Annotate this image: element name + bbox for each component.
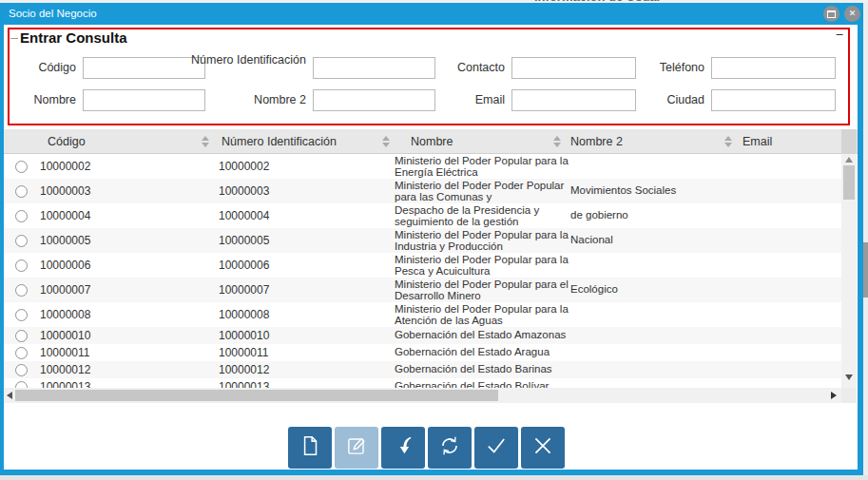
cell-numero-identificacion: 10000007	[219, 283, 269, 297]
scroll-down-arrow-icon[interactable]	[845, 374, 853, 380]
cell-nombre: Ministerio del Poder Popular para la Pes…	[395, 254, 569, 277]
contacto-label: Contacto	[381, 57, 505, 79]
dialog-titlebar[interactable]: Socio del Negocio ✕	[0, 3, 863, 25]
cell-nombre2: Ecológico	[570, 283, 734, 295]
column-header-nombre[interactable]: Nombre	[411, 129, 453, 154]
table-row[interactable]: 10000010 10000010 Gobernación del Estado…	[4, 327, 841, 344]
cell-codigo: 10000002	[40, 160, 90, 173]
cell-nombre: Gobernación del Estado Amazonas	[395, 329, 569, 340]
x-icon	[530, 432, 556, 463]
dialog-title: Socio del Negocio	[9, 3, 97, 25]
vertical-scrollbar[interactable]	[841, 129, 857, 388]
row-select-radio[interactable]	[15, 284, 28, 297]
table-row[interactable]: 10000008 10000008 Ministerio del Poder P…	[4, 302, 841, 327]
cell-codigo: 10000004	[40, 209, 90, 222]
table-row[interactable]: 10000004 10000004 Despacho de la Preside…	[4, 203, 841, 228]
table-row[interactable]: 10000012 10000012 Gobernación del Estado…	[4, 361, 841, 378]
horizontal-scrollbar-thumb[interactable]	[15, 390, 498, 401]
codigo-label: Código	[10, 57, 76, 79]
row-select-radio[interactable]	[15, 364, 28, 376]
refresh-button[interactable]	[428, 427, 472, 469]
cell-numero-identificacion: 10000011	[219, 346, 269, 359]
table-row[interactable]: 10000006 10000006 Ministerio del Poder P…	[4, 253, 841, 278]
sort-icon[interactable]	[382, 136, 391, 147]
cell-nombre: Ministerio del Poder Popular para la Ene…	[395, 155, 569, 178]
scroll-right-arrow-icon[interactable]	[831, 392, 837, 399]
new-button[interactable]	[288, 427, 332, 469]
column-header-codigo[interactable]: Código	[48, 129, 86, 154]
row-select-radio[interactable]	[15, 210, 28, 222]
nombre-input[interactable]	[83, 89, 205, 111]
row-select-radio[interactable]	[15, 309, 28, 321]
row-select-radio[interactable]	[15, 185, 28, 198]
row-select-radio[interactable]	[15, 235, 28, 247]
row-select-radio[interactable]	[15, 330, 28, 342]
row-select-radio[interactable]	[15, 381, 28, 389]
email-label: Email	[381, 89, 505, 111]
ciudad-input[interactable]	[711, 89, 836, 111]
edit-button[interactable]	[335, 427, 378, 469]
telefono-input[interactable]	[711, 57, 836, 79]
cell-nombre2: Nacional	[570, 234, 734, 245]
cell-numero-identificacion: 10000004	[219, 209, 269, 222]
sort-icon[interactable]	[553, 136, 562, 147]
codigo-input[interactable]	[83, 57, 205, 79]
horizontal-scrollbar[interactable]	[4, 388, 841, 403]
maximize-button[interactable]	[823, 6, 839, 22]
refresh-icon	[437, 433, 462, 462]
document-icon	[298, 433, 322, 462]
table-row[interactable]: 10000007 10000007 Ministerio del Poder P…	[4, 278, 841, 302]
pencil-square-icon	[344, 433, 369, 462]
cell-nombre: Ministerio del Poder Popular para la Ind…	[395, 229, 569, 252]
confirm-button[interactable]	[474, 427, 518, 469]
table-row[interactable]: 10000011 10000011 Gobernación del Estado…	[4, 344, 841, 361]
cell-codigo: 10000012	[40, 363, 90, 376]
scroll-left-arrow-icon[interactable]	[7, 392, 12, 399]
query-panel: Entrar Consulta − Código Número Identifi…	[8, 28, 850, 125]
table-body: 10000002 10000002 Ministerio del Poder P…	[4, 154, 841, 388]
cell-numero-identificacion: 10000005	[219, 234, 269, 247]
vertical-scrollbar-thumb[interactable]	[843, 165, 855, 200]
cell-codigo: 10000008	[40, 308, 90, 321]
background-scrollbar-thumb[interactable]	[863, 242, 868, 298]
background-scrollbar[interactable]	[863, 3, 868, 475]
screen: Información de Usuar Socio del Negocio ✕…	[0, 0, 868, 480]
column-header-numero-identificacion[interactable]: Número Identificación	[222, 129, 337, 154]
ciudad-label: Ciudad	[581, 89, 704, 111]
collapse-panel-button[interactable]: −	[836, 27, 843, 42]
curved-arrow-down-icon	[391, 433, 415, 462]
cell-nombre2: Movimientos Sociales	[570, 184, 734, 196]
row-select-radio[interactable]	[15, 259, 28, 272]
cell-codigo: 10000007	[40, 283, 90, 297]
check-icon	[483, 432, 510, 463]
fieldset-legend-line	[10, 38, 18, 39]
query-panel-title: Entrar Consulta	[20, 29, 127, 46]
column-header-email[interactable]: Email	[743, 129, 772, 154]
cell-codigo: 10000003	[40, 184, 90, 198]
cell-nombre: Despacho de la Presidencia y seguimiento…	[395, 204, 569, 227]
scrollbar-corner	[841, 388, 857, 403]
cell-codigo: 10000006	[40, 259, 90, 272]
nombre2-label: Nombre 2	[188, 89, 306, 111]
column-header-nombre2[interactable]: Nombre 2	[570, 129, 623, 154]
cancel-button[interactable]	[521, 427, 565, 469]
zoom-button[interactable]	[381, 427, 425, 469]
cell-numero-identificacion: 10000003	[219, 184, 269, 198]
cell-numero-identificacion: 10000013	[219, 380, 269, 388]
close-button[interactable]: ✕	[844, 6, 860, 22]
row-select-radio[interactable]	[15, 347, 28, 359]
scrollbar-header-corner	[841, 129, 857, 154]
scroll-up-arrow-icon[interactable]	[845, 157, 853, 163]
numero-identificacion-label: Número Identificación	[188, 53, 306, 82]
table-row[interactable]: 10000005 10000005 Ministerio del Poder P…	[4, 228, 841, 253]
cell-numero-identificacion: 10000012	[219, 363, 269, 376]
table-row[interactable]: 10000013 10000013 Gobernación del Estado…	[4, 378, 841, 388]
table-row[interactable]: 10000002 10000002 Ministerio del Poder P…	[4, 154, 841, 179]
sort-icon[interactable]	[724, 136, 733, 147]
row-select-radio[interactable]	[15, 161, 28, 173]
cell-nombre: Ministerio del Poder Popular para la Ate…	[395, 303, 569, 326]
table-row[interactable]: 10000003 10000003 Ministerio del Poder P…	[4, 179, 841, 203]
sort-icon[interactable]	[202, 136, 210, 147]
cell-codigo: 10000011	[40, 346, 90, 359]
cell-nombre2: de gobierno	[570, 209, 734, 221]
